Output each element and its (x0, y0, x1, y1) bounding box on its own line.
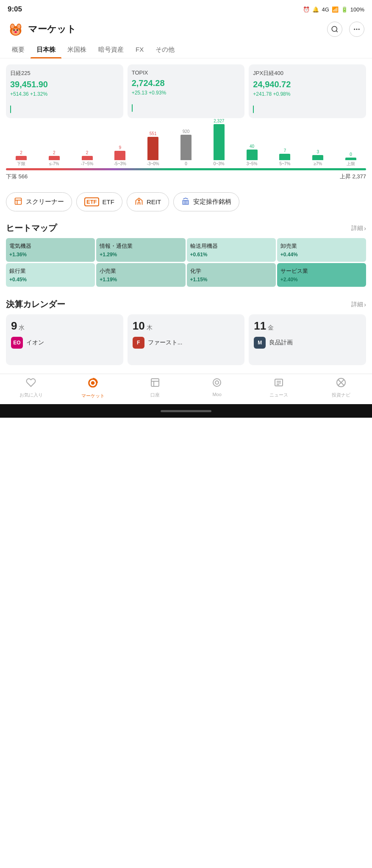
index-value-topix: 2,724.28 (132, 78, 241, 88)
etf-button[interactable]: ETF ETF (76, 192, 122, 211)
more-button[interactable] (349, 22, 364, 37)
index-card-topix[interactable]: TOPIX 2,724.28 +25.13 +0.93% (128, 64, 245, 118)
dist-col-4: 551-3~0% (138, 131, 168, 166)
nav-news[interactable]: ニュース (248, 377, 310, 399)
stable-stocks-button[interactable]: 安定操作銘柄 (173, 192, 239, 211)
screener-button[interactable]: スクリーナー (6, 192, 72, 211)
index-value-jpx: 24,940.72 (253, 80, 362, 89)
nav-favorites[interactable]: お気に入り (0, 377, 62, 399)
index-change-nikkei: +514.36 +1.32% (10, 91, 119, 97)
dist-col-9: 3≥7% (303, 150, 333, 166)
dist-col-8: 75~7% (270, 148, 300, 166)
nav-market[interactable]: マーケット (62, 377, 124, 399)
index-cards: 日経225 39,451.90 +514.36 +1.32% TOPIX 2,7… (0, 58, 372, 124)
nav-news-label: ニュース (269, 392, 288, 398)
tab-crypto[interactable]: 暗号資産 (92, 42, 130, 58)
signal-icon: 📶 (332, 6, 339, 13)
svg-point-20 (91, 381, 95, 385)
tab-fx[interactable]: FX (130, 42, 150, 58)
svg-point-24 (213, 379, 221, 386)
nav-moo[interactable]: Moo (186, 377, 248, 399)
fall-label: 下落 566 (6, 173, 28, 180)
bell-off-icon: 🔔 (312, 6, 319, 13)
dist-col-7: 403~5% (237, 144, 267, 166)
tab-us[interactable]: 米国株 (61, 42, 92, 58)
mini-chart-topix (132, 99, 241, 112)
heatmap-header: ヒートマップ 詳細 › (0, 215, 372, 238)
signal-label: 4G (322, 6, 329, 13)
index-name-topix: TOPIX (132, 69, 241, 76)
bottom-nav: お気に入り マーケット 口座 Mo (0, 374, 372, 404)
calendar-cards: 9水EOイオン10木Fファースト...11金M良品計画 (0, 314, 372, 374)
stock-icon: M (254, 337, 266, 349)
status-time: 9:05 (8, 5, 22, 14)
svg-point-7 (17, 29, 18, 31)
heatmap-cell-6[interactable]: 化学+1.15% (187, 263, 276, 287)
etf-icon: ETF (84, 197, 99, 206)
calendar-title: 決算カレンダー (6, 299, 65, 310)
app-logo (8, 21, 24, 37)
heatmap-cell-2[interactable]: 輸送用機器+0.61% (187, 238, 276, 262)
svg-point-13 (358, 29, 360, 30)
index-card-nikkei[interactable]: 日経225 39,451.90 +514.36 +1.32% (6, 64, 123, 118)
moo-icon (212, 377, 222, 390)
tab-japan[interactable]: 日本株 (31, 42, 61, 58)
nav-market-label: マーケット (81, 393, 105, 399)
svg-point-11 (354, 29, 355, 30)
calendar-card-1[interactable]: 10木Fファースト... (128, 314, 245, 365)
chevron-right-icon: › (364, 225, 366, 232)
svg-point-4 (17, 25, 21, 29)
page-title: マーケット (28, 23, 327, 36)
status-icons: ⏰ 🔔 4G 📶 🔋 100% (303, 6, 364, 13)
reit-button[interactable]: REIT (127, 192, 169, 211)
fall-rise-bar (6, 168, 366, 170)
stable-label: 安定操作銘柄 (193, 198, 231, 206)
dist-col-6: 2,3270~3% (204, 119, 234, 166)
tab-other[interactable]: その他 (150, 42, 180, 58)
svg-point-6 (13, 29, 15, 31)
heatmap-cell-3[interactable]: 卸売業+0.44% (277, 238, 366, 262)
chevron-right-icon-2: › (364, 301, 366, 308)
fall-rise-labels: 下落 566 上昇 2,377 (6, 173, 366, 180)
status-bar: 9:05 ⏰ 🔔 4G 📶 🔋 100% (0, 0, 372, 17)
dist-col-2: 2-7~5% (72, 150, 103, 166)
reit-icon (135, 197, 143, 207)
heatmap-cell-4[interactable]: 銀行業+0.45% (6, 263, 95, 287)
header-actions (327, 22, 364, 37)
battery-icon: 🔋 (341, 6, 348, 13)
calendar-header: 決算カレンダー 詳細 › (0, 291, 372, 314)
nav-navi[interactable]: 投資ナビ (310, 377, 372, 399)
market-tabs: 概要 日本株 米国株 暗号資産 FX その他 (0, 42, 372, 58)
distribution-bars: 2下限2≤-7%2-7~5%9-5~3%551-3~0%92002,3270~3… (6, 128, 366, 166)
svg-point-3 (11, 25, 14, 29)
heatmap-detail-button[interactable]: 詳細 › (351, 225, 366, 232)
tab-overview[interactable]: 概要 (6, 42, 31, 58)
calendar-detail-button[interactable]: 詳細 › (351, 301, 366, 308)
heatmap-cell-0[interactable]: 電気機器+1.36% (6, 238, 95, 262)
heatmap-cell-1[interactable]: 情報・通信業+1.29% (96, 238, 185, 262)
heatmap-grid: 電気機器+1.36%情報・通信業+1.29%輸送用機器+0.61%卸売業+0.4… (0, 238, 372, 291)
search-button[interactable] (327, 22, 342, 37)
dist-col-10: 0上限 (336, 152, 366, 166)
heart-icon (26, 377, 36, 390)
nav-account[interactable]: 口座 (124, 377, 186, 399)
svg-point-9 (332, 26, 337, 31)
svg-point-25 (215, 381, 219, 384)
alarm-icon: ⏰ (303, 6, 310, 13)
index-name-nikkei: 日経225 (10, 69, 119, 77)
heatmap-cell-5[interactable]: 小売業+1.19% (96, 263, 185, 287)
dist-col-3: 9-5~3% (105, 145, 135, 166)
navi-icon (336, 377, 346, 390)
dist-col-1: 2≤-7% (39, 150, 69, 166)
stock-icon: EO (11, 337, 23, 349)
market-icon (87, 377, 98, 391)
svg-line-10 (336, 31, 337, 32)
index-card-jpx[interactable]: JPX日経400 24,940.72 +241.78 +0.98% (249, 64, 366, 118)
calendar-card-0[interactable]: 9水EOイオン (6, 314, 123, 365)
home-indicator (0, 404, 372, 418)
screener-icon (14, 197, 22, 207)
heatmap-cell-7[interactable]: サービス業+2.40% (277, 263, 366, 287)
svg-point-8 (14, 31, 17, 33)
calendar-card-2[interactable]: 11金M良品計画 (249, 314, 366, 365)
battery-label: 100% (350, 6, 364, 13)
